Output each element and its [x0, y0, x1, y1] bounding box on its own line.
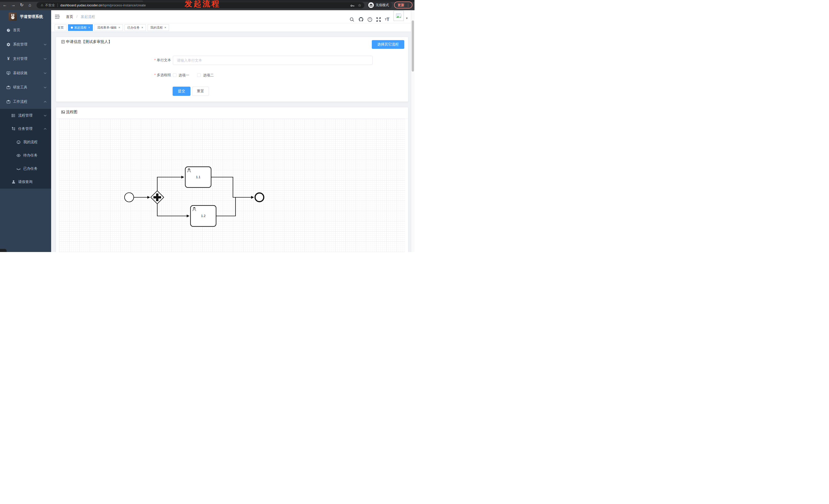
sidebar-item-task-management[interactable]: 任务管理 — [0, 122, 51, 135]
tag-create-process[interactable]: 发起流程 × — [68, 24, 93, 31]
svg-text:?: ? — [369, 18, 370, 21]
help-icon[interactable]: ? — [366, 16, 373, 23]
browser-home-icon[interactable]: ⌂ — [27, 2, 33, 8]
font-size-small-t: T — [385, 18, 387, 21]
document-icon — [61, 40, 65, 44]
scrollbar-thumb[interactable] — [412, 21, 414, 72]
bookmark-star-icon[interactable]: ☆ — [358, 2, 361, 8]
key-icon[interactable] — [350, 3, 355, 10]
bpmn-canvas[interactable]: 1.1 1.2 — [59, 119, 405, 252]
close-icon[interactable]: × — [141, 25, 143, 31]
logo-avatar-image — [9, 12, 17, 21]
incognito-badge: 无痕模式 — [367, 2, 392, 9]
tag-done-tasks[interactable]: 已办任务 × — [124, 24, 146, 31]
sidebar: 芋道管理系统 首页 系统管理 ¥ 支付管理 基础设施 研发工具 工作 — [0, 10, 51, 252]
user-icon — [11, 180, 15, 184]
bpmn-parallel-gateway[interactable] — [151, 191, 164, 204]
eye-icon — [16, 153, 21, 158]
security-label: 不安全 — [45, 2, 55, 8]
tag-home[interactable]: 首页 — [55, 24, 67, 31]
breadcrumb-current: 发起流程 — [81, 14, 95, 18]
workflow-submenu: 流程管理 任务管理 我的流程 待办任务 已办任务 请假 — [0, 109, 51, 189]
flow-task1-to-end[interactable] — [211, 177, 254, 197]
dashboard-icon — [6, 28, 10, 32]
sidebar-item-label: 待办任务 — [23, 153, 38, 158]
browser-reload-icon[interactable]: ↻ — [19, 2, 25, 8]
sidebar-item-system[interactable]: 系统管理 — [0, 37, 51, 52]
update-button[interactable]: 更新 ⋮ — [394, 2, 412, 8]
face-icon — [16, 140, 21, 144]
app-main: 申请信息【测试多审批人】 选择其它流程 *单行文本 *多选框组 选项一 选项二 … — [51, 32, 411, 252]
sidebar-item-todo-tasks[interactable]: 待办任务 — [0, 149, 51, 162]
tags-view: 首页 发起流程 × 流程表单-编辑 × 已办任务 × 我的流程 × — [51, 23, 411, 32]
security-warning-icon: ⚠ — [41, 2, 43, 8]
checkbox-option-2[interactable] — [197, 73, 201, 77]
close-icon[interactable]: × — [165, 25, 166, 31]
sidebar-item-workflow[interactable]: 工作流程 — [0, 94, 51, 109]
top-navbar: 首页 / 发起流程 ? TT ▾ — [51, 10, 411, 23]
search-icon[interactable] — [348, 16, 355, 23]
submit-button[interactable]: 提交 — [173, 87, 190, 96]
avatar-caret-icon[interactable]: ▾ — [406, 16, 407, 20]
tag-label: 已办任务 — [127, 25, 140, 31]
url-path: /bpm/process-instance/create — [102, 3, 146, 7]
github-icon[interactable] — [358, 16, 365, 23]
field-label-text: 多选框组 — [157, 73, 171, 77]
browser-menu-icon[interactable]: ⋮ — [406, 3, 410, 7]
checkbox-option-2-label[interactable]: 选项二 — [203, 73, 214, 78]
bpmn-user-task-2[interactable]: 1.2 — [190, 205, 216, 226]
fullscreen-icon[interactable] — [375, 16, 382, 23]
browser-forward-icon[interactable]: → — [10, 2, 16, 8]
checkbox-option-1-label[interactable]: 选项一 — [178, 73, 189, 78]
sidebar-item-payment[interactable]: ¥ 支付管理 — [0, 52, 51, 66]
close-icon[interactable]: × — [88, 25, 90, 31]
tag-label: 流程表单-编辑 — [97, 25, 117, 31]
sidebar-item-label: 支付管理 — [13, 56, 27, 61]
incognito-label: 无痕模式 — [375, 3, 389, 7]
sidebar-item-my-process[interactable]: 我的流程 — [0, 135, 51, 149]
gear-icon — [6, 42, 10, 46]
eye-closed-icon — [16, 167, 21, 171]
flow-task2-to-end[interactable] — [216, 197, 254, 216]
sidebar-item-infrastructure[interactable]: 基础设施 — [0, 66, 51, 80]
sidebar-item-done-tasks[interactable]: 已办任务 — [0, 162, 51, 175]
sidebar-collapse-icon[interactable] — [55, 14, 60, 20]
close-icon[interactable]: × — [118, 25, 120, 31]
image-icon — [61, 110, 65, 114]
tag-my-process[interactable]: 我的流程 × — [148, 24, 169, 31]
reset-button[interactable]: 重置 — [192, 87, 209, 96]
browser-back-icon[interactable]: ← — [2, 2, 8, 8]
choose-other-process-button[interactable]: 选择其它流程 — [372, 40, 404, 49]
bpmn-start-event[interactable] — [124, 193, 134, 202]
page-scrollbar[interactable] — [411, 10, 414, 252]
flow-gateway-to-task1[interactable] — [157, 177, 184, 191]
avatar[interactable] — [394, 11, 404, 21]
font-size-icon[interactable]: TT — [384, 16, 391, 23]
url-text: dashboard.yudao.iocoder.cn/bpm/process-i… — [60, 2, 146, 8]
checkbox-option-1[interactable] — [173, 73, 176, 77]
bpmn-user-task-1[interactable]: 1.1 — [185, 167, 211, 188]
sidebar-item-process-management[interactable]: 流程管理 — [0, 109, 51, 122]
list-icon — [11, 114, 15, 118]
breadcrumb: 首页 / 发起流程 — [66, 14, 95, 19]
toolbox-icon — [6, 100, 10, 104]
chevron-down-icon — [44, 58, 46, 60]
tag-process-form-edit[interactable]: 流程表单-编辑 × — [94, 24, 123, 31]
sidebar-item-leave-query[interactable]: 请假查询 — [0, 175, 51, 189]
flow-gateway-to-task2[interactable] — [157, 204, 189, 216]
breadcrumb-home[interactable]: 首页 — [66, 14, 73, 18]
chevron-up-icon — [44, 128, 46, 130]
apply-info-card: 申请信息【测试多审批人】 选择其它流程 *单行文本 *多选框组 选项一 选项二 … — [56, 37, 408, 102]
field-label-text: 单行文本 — [157, 58, 171, 62]
apply-info-title-text: 申请信息【测试多审批人】 — [66, 39, 112, 44]
chevron-down-icon — [44, 44, 46, 45]
bpmn-diagram: 1.1 1.2 — [59, 119, 405, 252]
single-line-text-input[interactable] — [173, 56, 372, 65]
sidebar-item-dev-tools[interactable]: 研发工具 — [0, 80, 51, 94]
flow-tree-icon — [11, 127, 15, 131]
yen-icon: ¥ — [6, 56, 10, 61]
bpmn-end-event[interactable] — [255, 193, 264, 202]
sidebar-item-home[interactable]: 首页 — [0, 23, 51, 37]
page-annotation: 发起流程 — [185, 0, 220, 8]
sidebar-item-label: 基础设施 — [13, 71, 27, 75]
